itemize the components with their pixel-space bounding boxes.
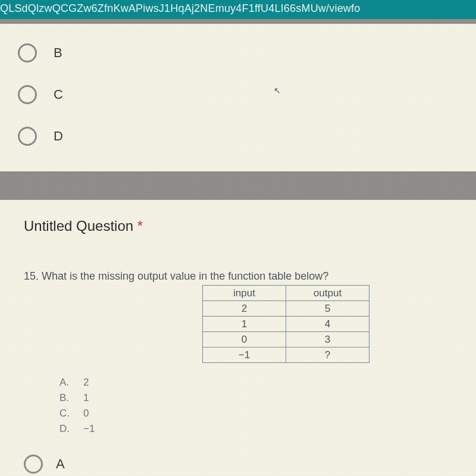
radio-icon[interactable]	[24, 455, 43, 474]
url-bar: QLSdQlzwQCGZw6ZfnKwAPiwsJ1HqAj2NEmuy4F1f…	[0, 0, 476, 19]
table-cell-input: −1	[203, 347, 286, 363]
table-cell-output: 4	[286, 317, 369, 332]
option-b[interactable]: B	[18, 32, 458, 74]
table-row: 0 3	[203, 332, 369, 347]
table-cell-input: 1	[203, 317, 286, 332]
table-row: 2 5	[203, 301, 369, 317]
answer-c: C. 0	[60, 406, 458, 421]
answer-value: 2	[83, 375, 89, 390]
question-card-bottom: Untitled Question * 15. What is the miss…	[0, 200, 476, 476]
option-d-label: D	[54, 129, 63, 144]
required-asterisk: *	[137, 218, 143, 234]
option-c[interactable]: C	[18, 74, 458, 115]
question-title: Untitled Question *	[24, 218, 458, 234]
option-b-label: B	[54, 45, 62, 61]
radio-icon[interactable]	[18, 127, 37, 146]
answer-letter: D.	[60, 421, 83, 437]
table-row: 1 4	[203, 317, 369, 332]
function-table: input output 2 5 1 4 0 3 −1 ?	[202, 285, 369, 363]
question-card-top: B C ↖ D	[0, 24, 476, 171]
answer-letter: A.	[60, 375, 83, 390]
table-head-output: output	[286, 286, 369, 301]
answer-list: A. 2 B. 1 C. 0 D. −1	[60, 375, 458, 437]
option-c-label: C	[54, 87, 63, 102]
table-row: −1 ?	[203, 347, 369, 363]
table-cell-input: 2	[203, 301, 286, 317]
option-d[interactable]: D	[18, 115, 458, 157]
table-header-row: input output	[203, 286, 369, 301]
option-a-label: A	[56, 456, 65, 472]
table-cell-output: ?	[286, 347, 369, 363]
function-table-wrap: input output 2 5 1 4 0 3 −1 ?	[24, 285, 458, 363]
table-cell-input: 0	[203, 332, 286, 347]
answer-value: 1	[83, 390, 89, 406]
answer-b: B. 1	[60, 390, 458, 406]
answer-value: −1	[83, 421, 95, 437]
table-cell-output: 3	[286, 332, 369, 347]
table-head-input: input	[203, 286, 286, 301]
answer-d: D. −1	[60, 421, 458, 437]
radio-icon[interactable]	[18, 85, 37, 104]
card-gap	[0, 171, 476, 195]
answer-letter: C.	[60, 406, 83, 421]
option-a[interactable]: A	[24, 455, 458, 474]
answer-letter: B.	[60, 390, 83, 406]
radio-icon[interactable]	[18, 43, 37, 62]
answer-value: 0	[83, 406, 89, 421]
question-text: 15. What is the missing output value in …	[24, 270, 458, 283]
question-title-text: Untitled Question	[24, 218, 133, 234]
answer-a: A. 2	[60, 375, 458, 390]
url-text: QLSdQlzwQCGZw6ZfnKwAPiwsJ1HqAj2NEmuy4F1f…	[0, 2, 360, 14]
table-cell-output: 5	[286, 301, 369, 317]
